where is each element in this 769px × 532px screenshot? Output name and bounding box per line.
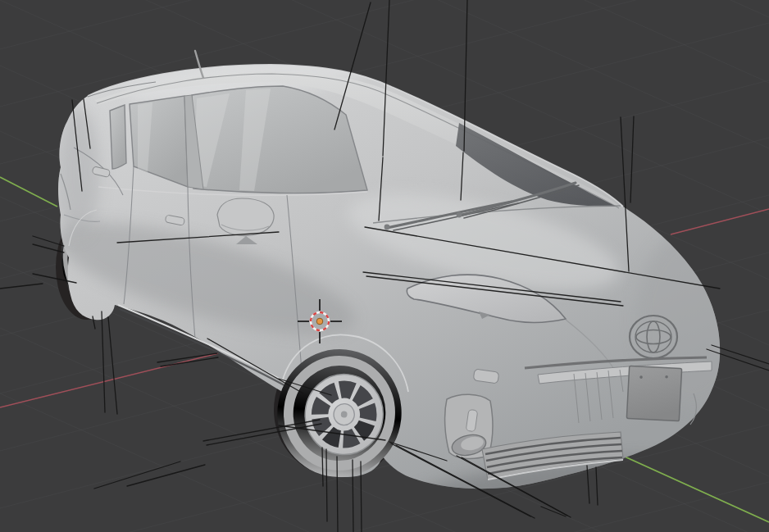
cursor-origin-dot	[316, 318, 323, 325]
quarter-window	[110, 105, 126, 169]
3d-viewport[interactable]	[0, 0, 769, 532]
license-plate	[626, 366, 681, 421]
